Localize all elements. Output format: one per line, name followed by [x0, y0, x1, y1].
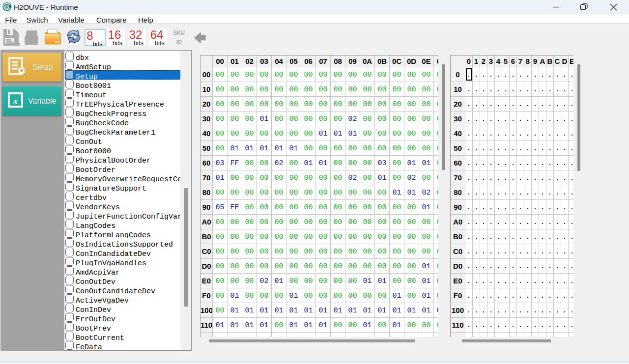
svg-text:x: x: [13, 95, 18, 106]
